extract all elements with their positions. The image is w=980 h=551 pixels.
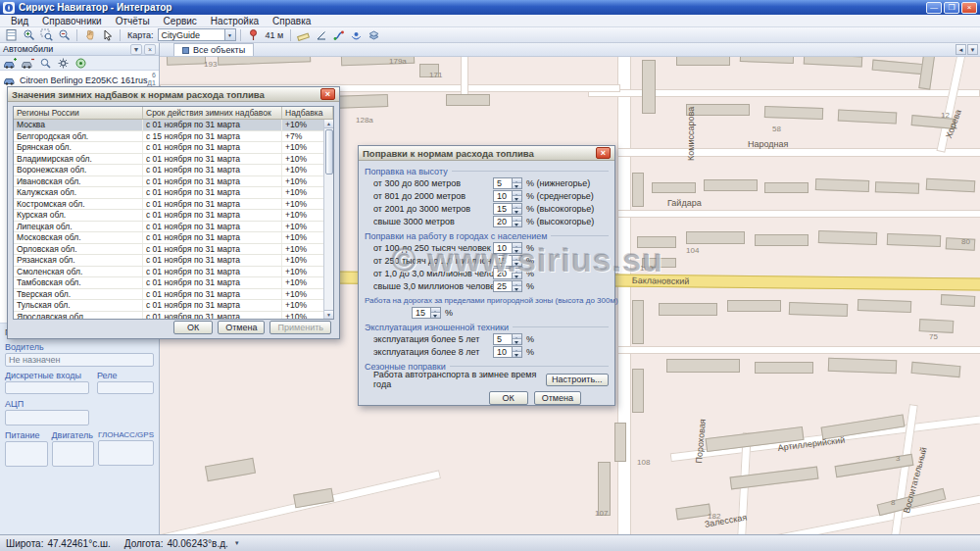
discrete-inputs-link[interactable]: Дискретные входы: [5, 371, 89, 380]
dialog-close-icon[interactable]: ×: [596, 147, 611, 159]
satellite-icon[interactable]: [348, 27, 365, 42]
adc-link[interactable]: АЦП: [5, 399, 154, 409]
spinner-arrows[interactable]: [512, 269, 521, 278]
spinner-input[interactable]: 20: [493, 268, 522, 279]
close-button[interactable]: ×: [961, 2, 977, 14]
region-row[interactable]: Московская обл. с 01 ноября по 31 марта …: [14, 232, 333, 244]
spinner-arrows[interactable]: [512, 178, 521, 188]
glonass-link[interactable]: ГЛОНАСС/GPS: [98, 430, 154, 439]
map-source-combobox[interactable]: CityGuide ▼: [158, 28, 236, 41]
remove-vehicle-icon[interactable]: [20, 57, 35, 70]
vehicle-settings-icon[interactable]: [55, 57, 71, 70]
layers-icon[interactable]: [366, 27, 382, 42]
ok-button[interactable]: ОК: [173, 321, 213, 334]
spinner-input[interactable]: 15: [412, 307, 441, 319]
spinner-input[interactable]: 15: [493, 203, 522, 215]
minimize-button[interactable]: —: [926, 2, 942, 14]
region-row[interactable]: Орловская обл. с 01 ноября по 31 марта +…: [14, 244, 333, 256]
engine-link[interactable]: Двигатель: [52, 430, 95, 440]
table-scrollbar[interactable]: ▲ ▼: [323, 120, 333, 319]
status-dropdown-icon[interactable]: ▼: [234, 540, 240, 546]
spinner-arrows[interactable]: [512, 256, 521, 266]
region-row[interactable]: Тверская обл. с 01 ноября по 31 марта +1…: [14, 289, 333, 301]
cancel-button[interactable]: Отмена: [534, 391, 581, 405]
menu-item[interactable]: Настройка: [204, 16, 266, 26]
spinner-input[interactable]: 25: [493, 280, 522, 292]
spinner-arrows[interactable]: [512, 191, 521, 201]
spinner-arrows[interactable]: [512, 243, 521, 253]
map-page-icon[interactable]: [3, 27, 20, 42]
angle-measure-icon[interactable]: [313, 27, 329, 42]
tab-list-dropdown-icon[interactable]: ▼: [967, 44, 978, 55]
spinner-input[interactable]: 10: [493, 190, 522, 202]
zoom-out-icon[interactable]: [56, 27, 73, 42]
region-row[interactable]: Рязанская обл. с 01 ноября по 31 марта +…: [14, 255, 333, 267]
panel-pin-icon[interactable]: ▼: [130, 44, 142, 55]
follow-vehicle-icon[interactable]: [73, 57, 88, 70]
scroll-down-icon[interactable]: ▼: [324, 310, 334, 319]
maximize-button[interactable]: ❒: [944, 2, 959, 14]
cancel-button[interactable]: Отмена: [218, 321, 265, 334]
dialog-close-icon[interactable]: ×: [320, 88, 335, 100]
winter-dialog-titlebar[interactable]: Значения зимних надбавок к нормам расход…: [8, 87, 339, 102]
spinner-arrows[interactable]: [512, 281, 521, 291]
panel-close-icon[interactable]: ×: [144, 44, 156, 55]
menu-item[interactable]: Отчёты: [109, 16, 157, 26]
region-row[interactable]: Ярославская обл. с 01 ноября по 31 марта…: [14, 312, 333, 321]
apply-button[interactable]: Применить: [270, 321, 331, 334]
region-row[interactable]: Липецкая обл. с 01 ноября по 31 марта +1…: [14, 222, 333, 233]
menu-item[interactable]: Справка: [266, 16, 318, 26]
add-vehicle-icon[interactable]: [2, 57, 18, 70]
region-row[interactable]: Белгородская обл. с 15 ноября по 31 март…: [14, 131, 333, 143]
region-row[interactable]: Москва с 01 ноября по 31 марта +10%: [14, 120, 333, 131]
tab-scroll-left-icon[interactable]: ◄: [956, 44, 966, 55]
spinner-arrows[interactable]: [512, 217, 521, 226]
spinner-input[interactable]: 15: [493, 255, 522, 267]
region-row[interactable]: Владимирская обл. с 01 ноября по 31 март…: [14, 154, 333, 166]
column-header-region[interactable]: Регионы России: [14, 107, 143, 119]
menu-item[interactable]: Сервис: [157, 16, 204, 26]
scroll-up-icon[interactable]: ▲: [324, 120, 334, 128]
ruler-icon[interactable]: [295, 27, 312, 42]
corrections-dialog-titlebar[interactable]: Поправки к нормам расхода топлива ×: [359, 146, 614, 161]
region-row[interactable]: Тульская обл. с 01 ноября по 31 марта +1…: [14, 300, 333, 312]
spinner-arrows[interactable]: [512, 204, 521, 214]
vehicles-panel-caption[interactable]: Автомобили ▼ ×: [0, 43, 159, 56]
column-header-surcharge[interactable]: Надбавка: [282, 107, 333, 119]
spinner-input[interactable]: 10: [493, 346, 522, 358]
tab-all-objects[interactable]: Все объекты: [173, 43, 254, 56]
chevron-down-icon[interactable]: ▼: [224, 29, 235, 40]
region-row[interactable]: Брянская обл. с 01 ноября по 31 марта +1…: [14, 142, 333, 154]
spinner-input[interactable]: 20: [493, 216, 522, 227]
spinner-input[interactable]: 5: [493, 333, 522, 345]
region-row[interactable]: Костромская обл. с 01 ноября по 31 марта…: [14, 199, 333, 211]
region-row[interactable]: Курская обл. с 01 ноября по 31 марта +10…: [14, 210, 333, 222]
relay-link[interactable]: Реле: [97, 371, 154, 380]
menu-item[interactable]: Вид: [4, 16, 35, 26]
power-link[interactable]: Питание: [5, 430, 48, 440]
region-row[interactable]: Смоленская обл. с 01 ноября по 31 марта …: [14, 267, 333, 278]
map-pin-icon[interactable]: [245, 27, 262, 42]
region-row[interactable]: Воронежская обл. с 01 ноября по 31 марта…: [14, 165, 333, 176]
spinner-arrows[interactable]: [512, 347, 521, 357]
region-row[interactable]: Ивановская обл. с 01 ноября по 31 марта …: [14, 176, 333, 188]
spinner-arrows[interactable]: [512, 334, 521, 344]
spinner-arrows[interactable]: [430, 308, 440, 318]
scroll-thumb[interactable]: [325, 129, 333, 175]
ok-button[interactable]: ОК: [489, 391, 528, 405]
spinner-input[interactable]: 5: [493, 177, 522, 189]
route-icon[interactable]: [330, 27, 347, 42]
region-row[interactable]: Калужская обл. с 01 ноября по 31 марта +…: [14, 187, 333, 199]
menu-item[interactable]: Справочники: [35, 16, 109, 26]
column-header-period[interactable]: Срок действия зимних надбавок: [143, 107, 282, 119]
find-vehicle-icon[interactable]: [37, 57, 53, 70]
region-row[interactable]: Тамбовская обл. с 01 ноября по 31 марта …: [14, 277, 333, 289]
select-cursor-icon[interactable]: [99, 27, 116, 42]
driver-link[interactable]: Водитель: [5, 342, 154, 352]
zoom-area-icon[interactable]: [38, 27, 55, 42]
spinner-input[interactable]: 10: [493, 242, 522, 254]
pan-hand-icon[interactable]: [81, 27, 98, 42]
configure-button[interactable]: Настроить...: [546, 374, 609, 386]
zoom-in-icon[interactable]: [21, 27, 37, 42]
window-titlebar[interactable]: Сириус Навигатор - Интегратор — ❒ ×: [0, 0, 980, 15]
